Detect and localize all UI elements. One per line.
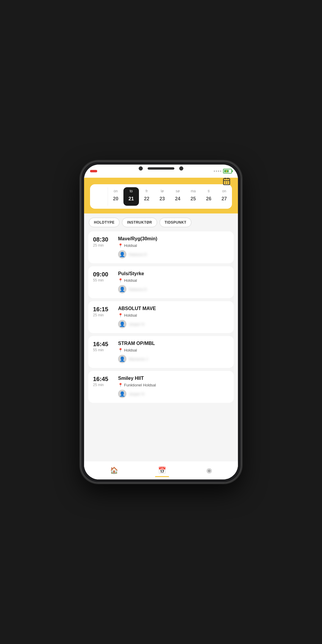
day-num: 25 bbox=[188, 194, 198, 204]
calendar-icon bbox=[222, 178, 231, 185]
schedule-card-4[interactable]: 16:45 25 min Smiley HIIT 📍 Funktionel Ho… bbox=[88, 371, 234, 403]
dot1 bbox=[214, 171, 215, 172]
instructor-avatar: 👤 bbox=[118, 250, 126, 258]
dot2 bbox=[216, 171, 217, 172]
avatar-icon: 👤 bbox=[119, 252, 125, 257]
camera-area bbox=[139, 166, 183, 171]
qr-nav[interactable]: ◉ bbox=[200, 464, 218, 477]
instructor-avatar: 👤 bbox=[118, 320, 126, 328]
class-duration: 25 min bbox=[93, 243, 114, 247]
location-text: Holdsal bbox=[124, 243, 137, 248]
instructor-name: Natasza D bbox=[129, 287, 147, 292]
class-info: ABSOLUT MAVE 📍 Holdsal 👤 Jesper N bbox=[118, 306, 229, 328]
signal-dots bbox=[214, 171, 221, 172]
class-time: 08:30 bbox=[93, 236, 114, 243]
class-duration: 25 min bbox=[93, 313, 114, 317]
date-item-24[interactable]: sø 24 bbox=[170, 187, 185, 206]
day-num: 21 bbox=[126, 194, 136, 204]
phone-device: ⚡ bbox=[80, 161, 242, 483]
location-icon: 📍 bbox=[118, 278, 123, 283]
class-location: 📍 Holdsal bbox=[118, 278, 229, 283]
day-num: 20 bbox=[111, 194, 121, 204]
location-text: Funktionel Holdsal bbox=[124, 383, 156, 387]
dot4 bbox=[220, 171, 221, 172]
date-item-27[interactable]: on 27 bbox=[216, 187, 232, 206]
class-name: Smiley HIIT bbox=[118, 376, 229, 381]
class-location: 📍 Holdsal bbox=[118, 243, 229, 248]
phone-screen: ⚡ bbox=[84, 165, 238, 479]
month-label bbox=[90, 187, 108, 206]
schedule-nav[interactable]: 📅 bbox=[152, 464, 172, 477]
battery-fill: ⚡ bbox=[224, 170, 229, 172]
instructor-row: 👤 Natasza D bbox=[118, 285, 229, 293]
filter-button-tidspunkt[interactable]: TIDSPUNKT bbox=[160, 218, 191, 227]
bottom-nav: 🏠📅◉ bbox=[84, 461, 238, 479]
day-num: 27 bbox=[219, 194, 229, 204]
class-time: 16:45 bbox=[93, 341, 114, 347]
date-item-22[interactable]: fr 22 bbox=[139, 187, 154, 206]
class-duration: 25 min bbox=[93, 383, 114, 387]
schedule-list[interactable]: 08:30 25 min Mave/Ryg(30min) 📍 Holdsal 👤… bbox=[84, 231, 238, 479]
instructor-avatar: 👤 bbox=[118, 355, 126, 363]
day-name: to bbox=[130, 189, 133, 193]
filter-row: HOLDTYPEINSTRUKTØRTIDSPUNKT bbox=[84, 213, 238, 231]
dot3 bbox=[218, 171, 219, 172]
home-nav-icon: 🏠 bbox=[110, 467, 118, 474]
schedule-nav-icon: 📅 bbox=[158, 467, 166, 474]
day-name: on bbox=[114, 189, 117, 193]
location-text: Holdsal bbox=[124, 313, 137, 318]
app-content: on 20 to 21 fr 22 lø 23 sø 24 ma 25 ti 2… bbox=[84, 178, 238, 479]
instructor-avatar: 👤 bbox=[118, 390, 126, 398]
day-name: on bbox=[222, 189, 226, 193]
battery-icon: ⚡ bbox=[223, 169, 232, 174]
instructor-row: 👤 Jesper N bbox=[118, 390, 229, 398]
battery-bolt: ⚡ bbox=[225, 170, 228, 173]
date-item-25[interactable]: ma 25 bbox=[185, 187, 201, 206]
avatar-icon: 👤 bbox=[119, 321, 125, 327]
class-location: 📍 Holdsal bbox=[118, 348, 229, 352]
schedule-card-1[interactable]: 09:00 55 min Puls/Styrke 📍 Holdsal 👤 Nat… bbox=[88, 266, 234, 298]
location-icon: 📍 bbox=[118, 348, 123, 352]
time-block: 09:00 55 min bbox=[93, 271, 114, 282]
class-duration: 55 min bbox=[93, 348, 114, 352]
date-item-21[interactable]: to 21 bbox=[123, 187, 139, 206]
avatar-icon: 👤 bbox=[119, 391, 125, 397]
class-location: 📍 Holdsal bbox=[118, 313, 229, 318]
day-num: 24 bbox=[173, 194, 183, 204]
location-text: Holdsal bbox=[124, 348, 137, 352]
date-item-20[interactable]: on 20 bbox=[108, 187, 123, 206]
date-item-23[interactable]: lø 23 bbox=[154, 187, 170, 206]
sensor bbox=[179, 166, 183, 171]
class-name: ABSOLUT MAVE bbox=[118, 306, 229, 311]
date-item-26[interactable]: ti 26 bbox=[201, 187, 216, 206]
instructor-avatar: 👤 bbox=[118, 285, 126, 293]
day-name: lø bbox=[161, 189, 164, 193]
instructor-name: Marianne J bbox=[129, 357, 148, 361]
class-time: 16:15 bbox=[93, 306, 114, 312]
day-name: ma bbox=[191, 189, 196, 193]
instructor-name: Natasza D bbox=[129, 252, 147, 257]
class-name: Puls/Styrke bbox=[118, 271, 229, 276]
filter-button-holdtype[interactable]: HOLDTYPE bbox=[89, 218, 120, 227]
day-name: fr bbox=[145, 189, 148, 193]
class-duration: 55 min bbox=[93, 278, 114, 282]
schedule-card-0[interactable]: 08:30 25 min Mave/Ryg(30min) 📍 Holdsal 👤… bbox=[88, 231, 234, 263]
class-info: STRAM OP/MBL 📍 Holdsal 👤 Marianne J bbox=[118, 341, 229, 363]
day-num: 26 bbox=[204, 194, 214, 204]
date-picker: on 20 to 21 fr 22 lø 23 sø 24 ma 25 ti 2… bbox=[90, 184, 232, 209]
time-block: 16:45 55 min bbox=[93, 341, 114, 352]
avatar-icon: 👤 bbox=[119, 356, 125, 362]
schedule-card-2[interactable]: 16:15 25 min ABSOLUT MAVE 📍 Holdsal 👤 Je… bbox=[88, 301, 234, 333]
calendar-view-button[interactable] bbox=[221, 178, 232, 187]
location-icon: 📍 bbox=[118, 243, 123, 248]
filter-button-instruktør[interactable]: INSTRUKTØR bbox=[122, 218, 157, 227]
class-info: Smiley HIIT 📍 Funktionel Holdsal 👤 Jespe… bbox=[118, 376, 229, 398]
class-info: Mave/Ryg(30min) 📍 Holdsal 👤 Natasza D bbox=[118, 236, 229, 258]
home-nav[interactable]: 🏠 bbox=[104, 464, 124, 477]
qr-nav-icon: ◉ bbox=[206, 467, 212, 474]
instructor-name: Jesper N bbox=[129, 322, 144, 326]
time-block: 16:45 25 min bbox=[93, 376, 114, 387]
time-display bbox=[90, 170, 97, 172]
time-block: 16:15 25 min bbox=[93, 306, 114, 317]
schedule-card-3[interactable]: 16:45 55 min STRAM OP/MBL 📍 Holdsal 👤 Ma… bbox=[88, 336, 234, 368]
